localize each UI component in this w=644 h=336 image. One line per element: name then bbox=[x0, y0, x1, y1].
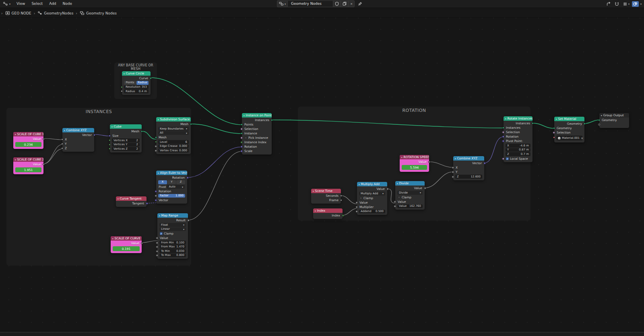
value-slider[interactable]: 5.594 bbox=[402, 165, 427, 170]
breadcrumb-node-tree[interactable]: Geometry Nodes bbox=[80, 11, 117, 15]
node-header[interactable]: ▾Index bbox=[313, 208, 343, 213]
socket-level-input[interactable] bbox=[155, 141, 157, 143]
node-align-euler-to-vector[interactable]: ▾Align Euler to Vector Rotation X Y Z Pi… bbox=[156, 171, 187, 204]
editor-bottom-divider[interactable] bbox=[0, 331, 644, 336]
socket-value-output[interactable] bbox=[141, 242, 143, 244]
breadcrumb-collapse-icon[interactable]: › bbox=[1, 11, 3, 15]
node-header[interactable]: ▾Combine XYZ bbox=[62, 128, 94, 132]
material-selector[interactable]: Material.001 × bbox=[556, 136, 582, 140]
boundary-smooth-dropdown[interactable]: All▾ bbox=[158, 131, 189, 135]
socket-resolution-input[interactable] bbox=[121, 86, 123, 88]
pivot-z-field[interactable]: Z0.7 m bbox=[506, 152, 530, 156]
node-header[interactable]: ▾Rotate Instances bbox=[504, 116, 533, 121]
interpolation-dropdown[interactable]: Linear▾ bbox=[159, 227, 186, 231]
vertices-x-field[interactable]: Vertices X2 bbox=[112, 138, 140, 142]
socket-vertex-crease-input[interactable] bbox=[155, 149, 157, 152]
pivot-dropdown[interactable]: Auto▾ bbox=[167, 185, 185, 189]
socket-mesh-output[interactable] bbox=[141, 130, 143, 132]
menu-view[interactable]: View bbox=[13, 0, 28, 8]
node-scale-of-cube-2[interactable]: ▾SCALE OF CUBE 2 Value 1.951 bbox=[13, 157, 43, 174]
axis-z-button[interactable]: Z bbox=[176, 180, 185, 184]
operation-dropdown[interactable]: Divide▾ bbox=[397, 191, 423, 195]
socket-radius-input[interactable] bbox=[121, 90, 123, 92]
pin-toggle[interactable] bbox=[358, 2, 362, 6]
socket-material-input[interactable] bbox=[553, 136, 555, 138]
overlays-toggle-button[interactable] bbox=[632, 1, 639, 7]
node-scale-of-cube-1[interactable]: ▾SCALE OF CUBE 1 Value 0.234 bbox=[13, 132, 43, 149]
collapse-icon[interactable]: ▾ bbox=[244, 114, 245, 117]
node-index[interactable]: ▾Index Index bbox=[313, 208, 343, 219]
value-slider[interactable]: 0.191 bbox=[113, 246, 140, 251]
socket-to-min-input[interactable] bbox=[156, 250, 158, 252]
socket-vertices-x-input[interactable] bbox=[109, 139, 111, 141]
factor-slider[interactable]: Factor1.000 bbox=[158, 194, 185, 198]
socket-mesh-output[interactable] bbox=[190, 123, 192, 125]
socket-z-input[interactable] bbox=[452, 175, 454, 178]
node-header[interactable]: ▾Curve Tangent bbox=[116, 196, 147, 201]
node-header[interactable]: ▾SCALE OF CUBE 2 bbox=[13, 157, 43, 162]
socket-instances-output[interactable] bbox=[271, 119, 273, 121]
edge-crease-field[interactable]: Edge Crease0.000 bbox=[158, 144, 189, 148]
node-header[interactable]: ▾Align Euler to Vector bbox=[156, 171, 187, 175]
clamp-checkbox[interactable]: ✓ bbox=[160, 232, 163, 235]
mode-radius-button[interactable]: Radius bbox=[136, 81, 149, 85]
proportional-edit-button[interactable] bbox=[613, 1, 620, 7]
to-min-field[interactable]: To Min0.030 bbox=[159, 249, 186, 253]
collapse-icon[interactable]: ▾ bbox=[124, 72, 125, 75]
socket-value-output[interactable] bbox=[43, 163, 45, 165]
vertices-z-field[interactable]: Vertices Z2 bbox=[112, 147, 140, 151]
collapse-icon[interactable]: ▾ bbox=[111, 126, 113, 128]
socket-vector-output[interactable] bbox=[93, 134, 95, 136]
node-instance-on-points[interactable]: ▾Instance on Points Instances Points Sel… bbox=[242, 113, 272, 155]
collapse-icon[interactable]: ▾ bbox=[505, 117, 506, 120]
value-slider[interactable]: 1.951 bbox=[15, 167, 41, 172]
node-header[interactable]: ▾Group Output bbox=[599, 113, 629, 117]
breadcrumb-object[interactable]: GEO NODE bbox=[5, 11, 31, 15]
collapse-icon[interactable]: ▾ bbox=[397, 182, 398, 185]
fake-user-shield-button[interactable] bbox=[333, 0, 341, 7]
node-scene-time[interactable]: ▾Scene Time Seconds Frame bbox=[311, 189, 341, 204]
uv-smooth-dropdown[interactable]: Keep Boundaries▾ bbox=[158, 127, 189, 131]
socket-instances-output[interactable] bbox=[532, 122, 534, 124]
socket-instances-input[interactable] bbox=[502, 127, 504, 129]
snapping-options-button[interactable]: ▾ bbox=[622, 1, 630, 7]
socket-from-min-input[interactable] bbox=[156, 241, 158, 244]
collapse-icon[interactable]: ▾ bbox=[401, 156, 402, 159]
pick-instance-checkbox[interactable] bbox=[244, 136, 247, 139]
collapse-icon[interactable]: ▾ bbox=[158, 118, 159, 121]
node-header[interactable]: ▾Set Material bbox=[554, 117, 584, 121]
menu-select[interactable]: Select bbox=[28, 0, 46, 8]
node-curve-circle[interactable]: ▾Curve Circle Curve Points Radius Resolu… bbox=[122, 71, 151, 95]
value-field[interactable]: Value162.760 bbox=[397, 204, 423, 208]
socket-value-output[interactable] bbox=[428, 161, 430, 163]
to-max-field[interactable]: To Max0.800 bbox=[159, 254, 186, 258]
node-tree-name-field[interactable]: Geometry Nodes bbox=[287, 0, 333, 7]
addend-field[interactable]: Addend0.500 bbox=[359, 210, 385, 214]
socket-z-input[interactable] bbox=[61, 147, 63, 149]
remove-material-icon[interactable]: × bbox=[581, 136, 583, 140]
socket-value-output[interactable] bbox=[43, 138, 45, 140]
node-header[interactable]: ▾Subdivision Surface bbox=[156, 117, 191, 122]
node-header[interactable]: ▾Curve Circle bbox=[122, 71, 151, 76]
clamp-checkbox[interactable] bbox=[359, 197, 362, 200]
node-header[interactable]: ▾SCALE OF CUBE 1 bbox=[13, 132, 43, 136]
node-group-output[interactable]: ▾Group Output Geometry bbox=[599, 113, 629, 128]
chevron-down-icon[interactable]: ▾ bbox=[640, 2, 642, 5]
editor-type-selector[interactable]: ▾ bbox=[0, 2, 13, 6]
collapse-icon[interactable]: ▾ bbox=[64, 129, 65, 132]
axis-x-button[interactable]: X bbox=[158, 180, 167, 184]
z-field[interactable]: Z12.600 bbox=[455, 175, 482, 179]
data-type-dropdown[interactable]: Float▾ bbox=[159, 223, 186, 227]
unlink-button[interactable]: × bbox=[349, 0, 355, 7]
node-cube[interactable]: ▾Cube Mesh Size Vertices X2 Vertices Y2 … bbox=[110, 124, 142, 153]
node-map-range[interactable]: ▾Map Range Result Float▾ Linear▾ ✓Clamp … bbox=[157, 213, 188, 259]
axis-y-button[interactable]: Y bbox=[167, 180, 176, 184]
socket-curve-output[interactable] bbox=[150, 77, 152, 79]
collapse-icon[interactable]: ▾ bbox=[158, 172, 159, 174]
collapse-icon[interactable]: ▾ bbox=[359, 183, 360, 186]
node-scale-of-curve[interactable]: ▾SCALE OF CURVE Value 0.191 bbox=[111, 236, 142, 253]
socket-instance-input[interactable] bbox=[241, 132, 243, 134]
socket-y-input[interactable] bbox=[61, 143, 63, 145]
vertices-y-field[interactable]: Vertices Y2 bbox=[112, 143, 140, 147]
collapse-icon[interactable]: ▾ bbox=[112, 237, 114, 240]
